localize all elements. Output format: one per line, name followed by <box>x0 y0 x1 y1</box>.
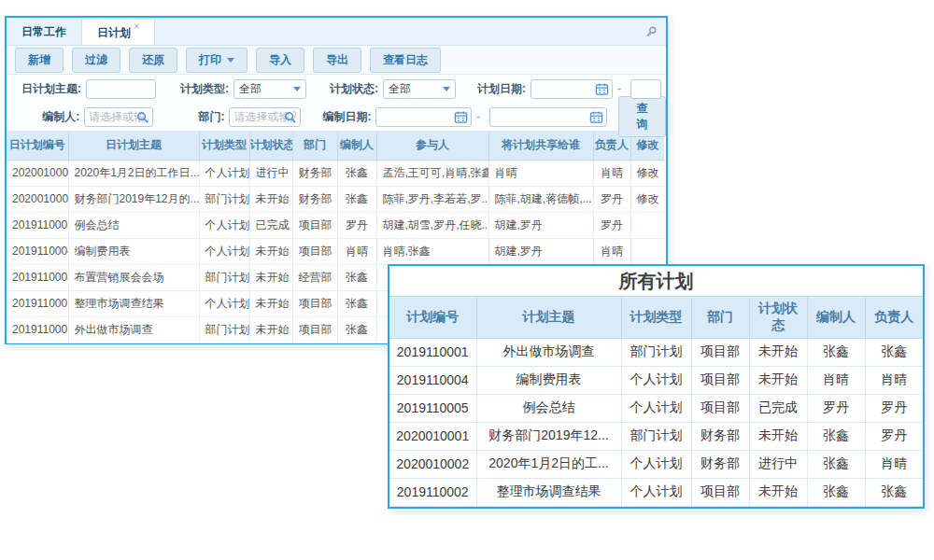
col-share-with[interactable]: 将计划共享给谁 <box>488 132 593 160</box>
plan-subject-link[interactable]: 整理市场调查结果 <box>68 290 199 316</box>
plan-owner-link[interactable]: 肖晴 <box>593 238 630 264</box>
subject-input[interactable] <box>86 79 156 99</box>
plan-subject-link[interactable]: 布置营销展会会场 <box>68 264 199 290</box>
plan-type-cell: 个人计划 <box>621 478 691 506</box>
button-label: 查询 <box>631 101 653 133</box>
plan-id-link[interactable]: 2019110004 <box>7 238 68 264</box>
plan-owner-link[interactable]: 罗丹 <box>593 212 630 238</box>
table-row[interactable]: 2020010002 2020年1月2日的工作日... 个人计划 进行中 财务部… <box>7 160 664 186</box>
date-range-dash: - <box>476 110 480 123</box>
plan-id-link[interactable]: 2020010002 <box>7 160 68 186</box>
new-button[interactable]: 新增 <box>15 48 64 73</box>
plan-creator-cell: 张鑫 <box>337 160 376 186</box>
plan-type-cell: 部门计划 <box>621 422 691 450</box>
modify-link[interactable]: 修改 <box>630 160 664 186</box>
modify-link[interactable] <box>630 238 664 264</box>
table-row[interactable]: 2020010001 财务部门2019年12月的... 部门计划 未开始 财务部… <box>7 186 664 212</box>
modify-link[interactable]: 修改 <box>630 186 664 212</box>
caret-down-icon <box>227 58 234 63</box>
subject-label: 日计划主题: <box>7 81 81 97</box>
plan-date-from-input[interactable] <box>531 79 613 99</box>
plan-subject-cell: 外出做市场调查 <box>476 338 621 366</box>
filter-row-2: 编制人: 部门: 编制日期: - 查询 <box>7 103 666 131</box>
subject-input-field[interactable] <box>87 80 155 98</box>
plan-date-to-input[interactable] <box>630 79 661 99</box>
plan-owner-link[interactable]: 肖晴 <box>593 160 630 186</box>
restore-button[interactable]: 还原 <box>129 48 177 73</box>
plan-status-cell: 未开始 <box>749 422 807 450</box>
filter-button[interactable]: 过滤 <box>72 48 120 73</box>
plan-type-select[interactable]: 全部 <box>234 79 306 99</box>
plan-creator-cell: 肖晴 <box>337 238 376 264</box>
tab-label: 日计划 <box>97 26 131 39</box>
plan-id-link[interactable]: 2019110001 <box>7 316 68 343</box>
plan-subject-cell: 整理市场调查结果 <box>476 478 621 506</box>
print-button[interactable]: 打印 <box>186 48 248 73</box>
plan-owner-cell: 罗丹 <box>865 422 923 450</box>
plan-creator-cell: 肖晴 <box>807 366 865 394</box>
calendar-icon[interactable] <box>595 82 609 96</box>
plan-share-cell: 胡建,罗丹 <box>488 212 593 238</box>
plan-date-to-field[interactable] <box>631 80 660 98</box>
plan-subject-link[interactable]: 例会总结 <box>68 212 199 238</box>
creator-input[interactable] <box>84 107 152 127</box>
table-row[interactable]: 2019110004 编制费用表 个人计划 未开始 项目部 肖晴 肖晴,张鑫 胡… <box>7 238 664 264</box>
plan-status-cell: 未开始 <box>749 478 807 506</box>
calendar-icon[interactable] <box>589 110 603 124</box>
table-header-row: 日计划编号 日计划主题 计划类型 计划状态 部门 编制人 参与人 将计划共享给谁… <box>7 132 664 160</box>
magnifier-icon[interactable] <box>135 110 149 124</box>
create-date-label: 编制日期: <box>315 109 372 125</box>
create-date-from-input[interactable] <box>375 107 472 127</box>
plan-type-label: 计划类型: <box>171 81 229 97</box>
dept-input[interactable] <box>229 107 300 127</box>
plan-share-cell: 胡建,罗丹 <box>488 238 593 264</box>
col-creator[interactable]: 编制人 <box>337 132 376 160</box>
col-subject[interactable]: 日计划主题 <box>68 132 199 160</box>
export-button[interactable]: 导出 <box>313 48 361 73</box>
table-row[interactable]: 2019110005 例会总结 个人计划 已完成 项目部 罗丹 胡建,胡雪,罗丹… <box>7 212 664 238</box>
col-dept[interactable]: 部门 <box>292 132 337 160</box>
plan-type-cell: 个人计划 <box>199 160 249 186</box>
modify-link[interactable] <box>630 212 664 238</box>
tab-daily-plan[interactable]: 日计划× <box>81 19 155 45</box>
create-date-to-input[interactable] <box>489 107 606 127</box>
plan-id-link[interactable]: 2019110005 <box>7 212 68 238</box>
plan-id-link[interactable]: 2020010001 <box>7 186 68 212</box>
view-log-button[interactable]: 查看日志 <box>370 48 441 73</box>
plan-type-cell: 个人计划 <box>199 238 249 264</box>
plan-status-select[interactable]: 全部 <box>383 79 456 99</box>
import-button[interactable]: 导入 <box>256 48 304 73</box>
search-button[interactable]: 查询 <box>618 96 666 137</box>
plan-dept-cell: 项目部 <box>691 394 749 422</box>
tab-daily-work[interactable]: 日常工作 <box>7 19 81 45</box>
plan-subject-link[interactable]: 2020年1月2日的工作日... <box>68 160 199 186</box>
plan-id-link[interactable]: 2019110002 <box>7 290 68 316</box>
plan-subject-link[interactable]: 编制费用表 <box>68 238 199 264</box>
col-status[interactable]: 计划状态 <box>249 132 292 160</box>
col-type[interactable]: 计划类型 <box>199 132 249 160</box>
magnifier-icon[interactable] <box>283 110 297 124</box>
col-participants[interactable]: 参与人 <box>376 132 488 160</box>
col-type: 计划类型 <box>621 297 691 338</box>
plan-status-cell: 未开始 <box>249 186 292 212</box>
plan-participants-cell: 肖晴,张鑫 <box>376 238 488 264</box>
plan-creator-cell: 罗丹 <box>337 212 376 238</box>
close-icon[interactable]: × <box>134 21 139 32</box>
col-plan-id[interactable]: 日计划编号 <box>7 132 68 160</box>
plan-dept-cell: 财务部 <box>691 422 749 450</box>
plan-subject-link[interactable]: 财务部门2019年12月的... <box>68 186 199 212</box>
plan-type-cell: 部门计划 <box>199 186 249 212</box>
col-plan-id: 计划编号 <box>389 297 476 338</box>
key-icon[interactable] <box>644 25 658 38</box>
plan-share-cell: 肖晴 <box>488 160 593 186</box>
plan-participants-cell: 胡建,胡雪,罗丹,任晓... <box>376 212 488 238</box>
plan-owner-link[interactable]: 罗丹 <box>593 186 630 212</box>
plan-subject-link[interactable]: 外出做市场调查 <box>68 316 199 343</box>
all-plans-table: 计划编号 计划主题 计划类型 部门 计划状态 编制人 负责人 201911000… <box>389 297 923 507</box>
selected-value: 全部 <box>384 81 443 97</box>
calendar-icon[interactable] <box>454 110 468 124</box>
table-row: 2019110002 整理市场调查结果 个人计划 项目部 未开始 张鑫 张鑫 <box>389 478 923 506</box>
plan-dept-cell: 财务部 <box>292 186 337 212</box>
plan-id-link[interactable]: 2019110003 <box>7 264 68 290</box>
plan-type-cell: 部门计划 <box>199 264 249 290</box>
